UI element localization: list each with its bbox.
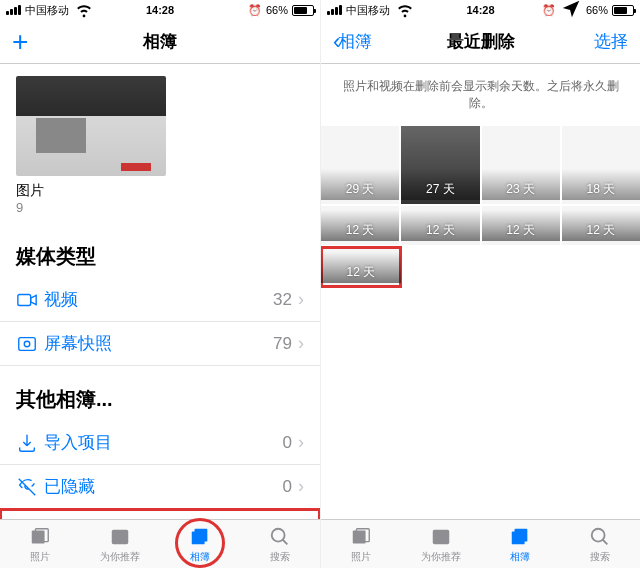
album-item[interactable]: 图片 9 bbox=[0, 64, 320, 223]
tab-albums[interactable]: 相簿 bbox=[481, 520, 561, 568]
tab-photos[interactable]: 照片 bbox=[321, 520, 401, 568]
tab-search[interactable]: 搜索 bbox=[240, 520, 320, 568]
tab-albums[interactable]: 相簿 bbox=[160, 520, 240, 568]
tab-search[interactable]: 搜索 bbox=[560, 520, 640, 568]
phone-right: 中国移动 14:28 ⏰ 66% ‹相簿 最近删除 选择 照片和视频在删除前会显… bbox=[320, 0, 640, 568]
search-icon bbox=[269, 525, 291, 549]
photo-cell[interactable]: 18 天 bbox=[562, 126, 640, 204]
days-label: 12 天 bbox=[321, 210, 399, 241]
svg-rect-5 bbox=[112, 529, 129, 544]
svg-point-8 bbox=[272, 528, 285, 541]
album-thumbnail[interactable] bbox=[16, 76, 166, 176]
photo-cell[interactable]: 23 天 bbox=[482, 126, 560, 204]
tab-photos[interactable]: 照片 bbox=[0, 520, 80, 568]
albums-icon bbox=[509, 525, 531, 549]
chevron-right-icon: › bbox=[298, 289, 304, 310]
tab-for-you[interactable]: 为你推荐 bbox=[401, 520, 481, 568]
photo-cell-highlighted[interactable]: 12 天 bbox=[321, 247, 401, 287]
add-button[interactable]: + bbox=[12, 26, 28, 58]
days-label: 23 天 bbox=[482, 169, 560, 200]
heart-icon bbox=[430, 525, 452, 549]
nav-bar: + 相簿 bbox=[0, 20, 320, 64]
svg-rect-0 bbox=[18, 294, 31, 305]
row-count: 79 bbox=[273, 334, 292, 354]
nav-bar: ‹相簿 最近删除 选择 bbox=[321, 20, 640, 64]
row-count: 0 bbox=[283, 477, 292, 497]
back-button[interactable]: ‹相簿 bbox=[333, 29, 372, 55]
status-time: 14:28 bbox=[466, 4, 494, 16]
photos-icon bbox=[29, 525, 51, 549]
row-count: 0 bbox=[283, 433, 292, 453]
nav-title: 最近删除 bbox=[447, 30, 515, 53]
select-button[interactable]: 选择 bbox=[594, 30, 628, 53]
row-screenshots[interactable]: 屏幕快照 79 › bbox=[0, 322, 320, 366]
hidden-icon bbox=[16, 476, 44, 498]
albums-icon bbox=[189, 525, 211, 549]
row-recently-deleted[interactable]: 最近删除 9 › bbox=[0, 509, 320, 519]
tab-bar: 照片 为你推荐 相簿 搜索 bbox=[0, 519, 320, 568]
days-label: 29 天 bbox=[321, 169, 399, 200]
carrier: 中国移动 bbox=[346, 3, 390, 18]
photos-icon bbox=[350, 525, 372, 549]
days-label: 12 天 bbox=[321, 252, 401, 283]
location-icon bbox=[560, 0, 582, 22]
days-label: 12 天 bbox=[562, 210, 640, 241]
chevron-right-icon: › bbox=[298, 333, 304, 354]
import-icon bbox=[16, 432, 44, 454]
svg-rect-6 bbox=[192, 531, 205, 544]
svg-rect-13 bbox=[515, 528, 528, 541]
tab-label: 照片 bbox=[30, 550, 50, 564]
chevron-right-icon: › bbox=[298, 476, 304, 497]
photo-cell[interactable]: 29 天 bbox=[321, 126, 399, 204]
search-icon bbox=[589, 525, 611, 549]
days-label: 27 天 bbox=[401, 169, 479, 200]
signal-icon bbox=[327, 5, 342, 15]
chevron-right-icon: › bbox=[298, 432, 304, 453]
photo-cell[interactable]: 12 天 bbox=[401, 206, 479, 245]
tab-for-you[interactable]: 为你推荐 bbox=[80, 520, 160, 568]
photo-cell[interactable]: 27 天 bbox=[401, 126, 479, 204]
days-label: 12 天 bbox=[401, 210, 479, 241]
albums-content[interactable]: 图片 9 媒体类型 视频 32 › 屏幕快照 79 › 其他相簿... 导入项目 bbox=[0, 64, 320, 519]
row-count: 32 bbox=[273, 290, 292, 310]
status-bar: 中国移动 14:28 ⏰ 66% bbox=[0, 0, 320, 20]
row-hidden[interactable]: 已隐藏 0 › bbox=[0, 465, 320, 509]
row-label: 视频 bbox=[44, 288, 273, 311]
alarm-icon: ⏰ bbox=[248, 4, 262, 17]
row-videos[interactable]: 视频 32 › bbox=[0, 278, 320, 322]
section-media-types: 媒体类型 bbox=[0, 223, 320, 278]
video-icon bbox=[16, 289, 44, 311]
photo-grid-row2: 12 天 12 天 12 天 12 天 bbox=[321, 206, 640, 245]
screenshot-icon bbox=[16, 333, 44, 355]
tab-label: 搜索 bbox=[590, 550, 610, 564]
tab-label: 相簿 bbox=[190, 550, 210, 564]
tab-label: 搜索 bbox=[270, 550, 290, 564]
row-label: 已隐藏 bbox=[44, 475, 283, 498]
status-time: 14:28 bbox=[146, 4, 174, 16]
svg-rect-7 bbox=[195, 528, 208, 541]
signal-icon bbox=[6, 5, 21, 15]
status-bar: 中国移动 14:28 ⏰ 66% bbox=[321, 0, 640, 20]
album-count: 9 bbox=[16, 200, 304, 215]
tab-label: 相簿 bbox=[510, 550, 530, 564]
battery-pct: 66% bbox=[266, 4, 288, 16]
battery-pct: 66% bbox=[586, 4, 608, 16]
carrier: 中国移动 bbox=[25, 3, 69, 18]
info-text: 照片和视频在删除前会显示剩余天数。之后将永久删除。 bbox=[321, 64, 640, 126]
photo-cell[interactable]: 12 天 bbox=[562, 206, 640, 245]
tab-label: 为你推荐 bbox=[421, 550, 461, 564]
svg-rect-11 bbox=[432, 529, 449, 544]
nav-title: 相簿 bbox=[143, 30, 177, 53]
svg-point-14 bbox=[592, 528, 605, 541]
tab-label: 为你推荐 bbox=[100, 550, 140, 564]
days-label: 18 天 bbox=[562, 169, 640, 200]
photo-cell[interactable]: 12 天 bbox=[482, 206, 560, 245]
battery-icon bbox=[612, 5, 634, 16]
photo-cell[interactable]: 12 天 bbox=[321, 206, 399, 245]
tab-label: 照片 bbox=[351, 550, 371, 564]
deleted-content[interactable]: 照片和视频在删除前会显示剩余天数。之后将永久删除。 29 天 27 天 23 天… bbox=[321, 64, 640, 519]
svg-rect-1 bbox=[19, 337, 36, 350]
phone-left: 中国移动 14:28 ⏰ 66% + 相簿 图片 9 媒体类型 视频 32 bbox=[0, 0, 320, 568]
album-label: 图片 bbox=[16, 182, 304, 200]
row-imports[interactable]: 导入项目 0 › bbox=[0, 421, 320, 465]
